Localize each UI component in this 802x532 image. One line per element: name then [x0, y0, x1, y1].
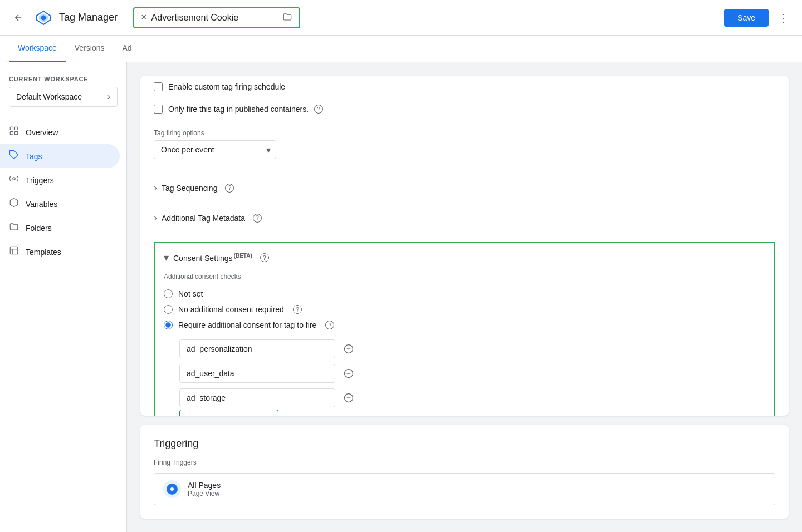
consent-settings: ▾ Consent Settings(BETA) ? Additional co… [154, 242, 775, 416]
enable-schedule-checkbox[interactable] [154, 82, 163, 91]
trigger-name: All Pages [188, 481, 221, 490]
tab-admin[interactable]: Ad [113, 36, 140, 62]
tab-versions[interactable]: Versions [66, 36, 114, 62]
layout: CURRENT WORKSPACE Default Workspace › Ov… [0, 62, 802, 532]
tag-sequencing-expand-icon: › [154, 182, 157, 194]
consent-not-set-row: Not set [164, 286, 765, 302]
nav-items: Overview Tags Triggers [0, 116, 126, 268]
enable-schedule-row: Enable custom tag firing schedule [154, 76, 775, 98]
trigger-icon-dot [170, 487, 174, 491]
only-fire-help-icon[interactable]: ? [314, 105, 323, 114]
sidebar-item-overview[interactable]: Overview [0, 120, 120, 144]
consent-require-additional-label: Require additional consent for tag to fi… [178, 321, 316, 329]
consent-not-set-radio[interactable] [164, 289, 173, 298]
main-content: Enable custom tag firing schedule Only f… [127, 62, 802, 532]
require-additional-help-icon[interactable]: ? [325, 321, 334, 329]
nav-tabs: Workspace Versions Ad [0, 36, 802, 62]
only-fire-published-label[interactable]: Only fire this tag in published containe… [168, 105, 309, 114]
consent-input-fields [179, 339, 765, 407]
consent-not-set-label[interactable]: Not set [178, 289, 203, 298]
tag-sequencing-help-icon[interactable]: ? [225, 184, 234, 193]
consent-settings-title: Consent Settings(BETA) [173, 253, 252, 263]
tag-config: Enable custom tag firing schedule Only f… [140, 76, 789, 173]
svg-point-9 [13, 178, 16, 180]
svg-rect-6 [10, 132, 13, 135]
top-bar-left: Tag Manager × Advertisement Cookie [9, 7, 300, 28]
svg-rect-10 [10, 247, 18, 254]
add-consent-button[interactable]: + Add required consent [179, 410, 278, 416]
workspace-section: CURRENT WORKSPACE Default Workspace › [0, 71, 126, 116]
consent-settings-header[interactable]: ▾ Consent Settings(BETA) ? [164, 252, 765, 264]
back-button[interactable] [9, 8, 28, 27]
additional-checks-label: Additional consent checks [164, 273, 765, 280]
top-bar: Tag Manager × Advertisement Cookie Save … [0, 0, 802, 36]
tab-workspace[interactable]: Workspace [9, 36, 66, 62]
svg-rect-7 [15, 132, 18, 135]
workspace-chevron-icon: › [107, 92, 110, 102]
additional-metadata-help-icon[interactable]: ? [253, 214, 262, 223]
additional-metadata-expand-icon: › [154, 212, 157, 224]
consent-no-additional-radio[interactable] [164, 305, 173, 314]
tag-firing-options-label: Tag firing options [154, 129, 775, 137]
svg-rect-5 [15, 127, 18, 130]
folders-icon [9, 221, 19, 234]
consent-field-3[interactable] [179, 388, 335, 407]
remove-consent-1-button[interactable] [341, 341, 356, 357]
trigger-icon [163, 480, 181, 498]
consent-input-row-3 [179, 388, 765, 407]
trigger-type: Page View [188, 490, 221, 497]
remove-consent-3-button[interactable] [341, 390, 356, 406]
folder-icon [282, 12, 292, 24]
variables-icon [9, 198, 19, 210]
sidebar-item-tags[interactable]: Tags [0, 144, 120, 168]
sidebar-item-triggers[interactable]: Triggers [0, 168, 120, 192]
tags-icon [9, 150, 19, 162]
consent-require-additional-row: Require additional consent for tag to fi… [164, 317, 765, 333]
consent-require-additional-radio[interactable] [164, 321, 173, 329]
sidebar: CURRENT WORKSPACE Default Workspace › Ov… [0, 62, 127, 532]
additional-metadata-section[interactable]: › Additional Tag Metadata ? [140, 203, 789, 233]
workspace-name-button[interactable]: Default Workspace › [9, 87, 118, 107]
workspace-label: CURRENT WORKSPACE [9, 76, 118, 82]
dialog-title: Advertisement Cookie [151, 13, 278, 23]
only-fire-published-row: Only fire this tag in published containe… [154, 98, 775, 120]
svg-rect-4 [10, 127, 13, 130]
additional-metadata-label: Additional Tag Metadata [162, 214, 245, 223]
trigger-text: All Pages Page View [188, 481, 221, 497]
remove-consent-2-button[interactable] [341, 366, 356, 381]
trigger-item-all-pages[interactable]: All Pages Page View [154, 473, 775, 505]
trigger-icon-inner [167, 484, 178, 495]
sidebar-item-templates[interactable]: Templates [0, 240, 120, 264]
overview-icon [9, 126, 19, 139]
triggering-card: Triggering Firing Triggers All Pages Pag… [140, 425, 789, 519]
consent-input-row-1 [179, 339, 765, 358]
app-name: Tag Manager [59, 12, 118, 23]
top-bar-right: Save ⋮ [724, 7, 793, 29]
dialog-close-button[interactable]: × [141, 12, 147, 23]
sidebar-item-folders[interactable]: Folders [0, 216, 120, 240]
firing-triggers-label: Firing Triggers [154, 459, 775, 466]
save-button[interactable]: Save [724, 9, 769, 27]
no-additional-help-icon[interactable]: ? [293, 305, 302, 314]
tag-firing-options-select[interactable]: Once per event Once per page Unlimited [154, 140, 276, 159]
consent-no-additional-row: No additional consent required ? [164, 302, 765, 317]
gtm-logo [35, 9, 52, 27]
dialog-title-bar: × Advertisement Cookie [133, 7, 300, 28]
consent-field-2[interactable] [179, 364, 335, 383]
consent-collapse-icon: ▾ [164, 252, 169, 264]
tag-sequencing-label: Tag Sequencing [162, 184, 217, 193]
sidebar-item-variables[interactable]: Variables [0, 192, 120, 216]
consent-field-1[interactable] [179, 339, 335, 358]
templates-icon [9, 245, 19, 258]
tag-sequencing-section[interactable]: › Tag Sequencing ? [140, 173, 789, 203]
enable-schedule-label[interactable]: Enable custom tag firing schedule [168, 82, 285, 91]
triggers-icon [9, 174, 19, 186]
consent-input-row-2 [179, 364, 765, 383]
more-options-button[interactable]: ⋮ [773, 7, 793, 29]
tag-config-card: Enable custom tag firing schedule Only f… [140, 76, 789, 416]
triggering-title: Triggering [154, 438, 775, 450]
consent-settings-help-icon[interactable]: ? [260, 253, 269, 262]
consent-no-additional-label: No additional consent required [178, 305, 284, 314]
only-fire-published-checkbox[interactable] [154, 105, 163, 114]
tag-firing-options-wrapper: Once per event Once per page Unlimited ▾ [154, 140, 276, 159]
